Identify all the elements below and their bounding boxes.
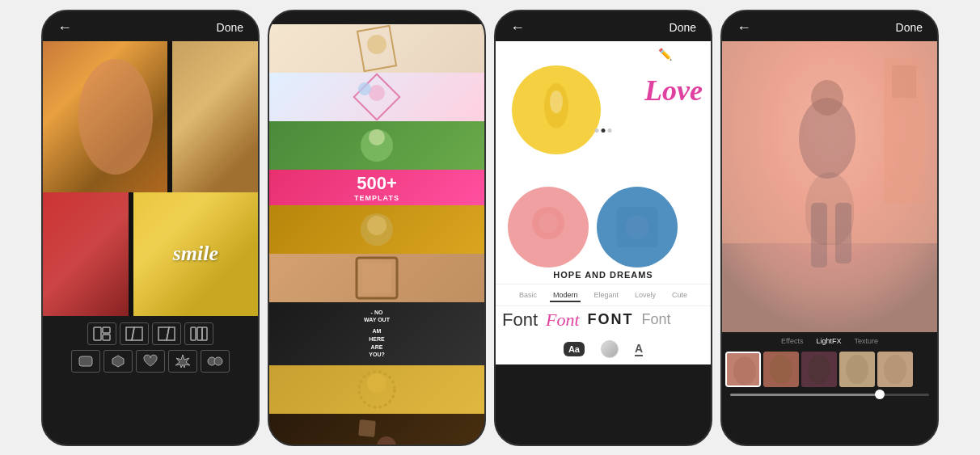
svg-point-14 — [214, 357, 222, 365]
templates-label: TEMPLATS — [354, 194, 399, 202]
template-cell-3[interactable] — [269, 121, 484, 170]
template-cell-4[interactable]: 500+ TEMPLATS — [269, 170, 484, 205]
collage-canvas: smile — [43, 41, 258, 316]
layout-row-2 — [71, 350, 230, 373]
svg-point-18 — [369, 85, 385, 101]
template-cell-2[interactable] — [269, 73, 484, 121]
effect-thumb-1[interactable] — [725, 352, 761, 387]
thumbnails-row — [722, 348, 937, 390]
svg-marker-4 — [132, 327, 142, 340]
layout-icon-grid2[interactable] — [87, 322, 116, 345]
font-tab-lovely[interactable]: Lovely — [632, 289, 659, 302]
phone1-content: smile — [43, 41, 258, 379]
effects-tab-lightfx[interactable]: LightFX — [816, 337, 841, 345]
collage-cell-top-right[interactable] — [172, 41, 258, 192]
template-cell-6[interactable] — [269, 254, 484, 302]
font-sample-light[interactable]: Font — [642, 311, 671, 328]
effects-tab-effects[interactable]: Effects — [781, 337, 803, 345]
phone-3: ← Done Love — [494, 10, 712, 446]
font-sample-script[interactable]: Font — [546, 310, 580, 331]
svg-rect-0 — [94, 327, 101, 340]
svg-point-48 — [733, 356, 756, 385]
svg-rect-10 — [79, 356, 92, 366]
font-size-control[interactable]: Aa — [564, 342, 585, 356]
phone2-content: 500+ TEMPLATS - NO WAY OUT AM HERE ARE — [269, 24, 484, 446]
back-arrow-icon-4[interactable]: ← — [737, 19, 751, 36]
svg-marker-12 — [175, 355, 190, 368]
layout-icon-slant2[interactable] — [152, 322, 181, 345]
main-photo — [722, 41, 937, 332]
svg-point-19 — [358, 82, 371, 95]
phone2-header — [269, 11, 484, 24]
font-sample-serif[interactable]: Font — [502, 310, 538, 331]
font-controls-bar: Aa A — [496, 334, 711, 364]
template-cell-5[interactable] — [269, 205, 484, 254]
svg-point-37 — [625, 215, 649, 239]
color-control[interactable] — [601, 340, 619, 358]
layout-icon-vertical[interactable] — [184, 322, 213, 345]
template-cell-9[interactable] — [269, 414, 484, 445]
svg-point-56 — [884, 355, 906, 384]
collage-cell-top-left[interactable] — [43, 41, 167, 192]
svg-rect-8 — [197, 327, 202, 340]
layout-toolbar — [43, 316, 258, 379]
layout-icon-slant1[interactable] — [120, 322, 149, 345]
phone1-header: ← Done — [43, 11, 258, 41]
done-button[interactable]: Done — [217, 21, 243, 34]
svg-rect-1 — [103, 327, 110, 333]
done-button-3[interactable]: Done — [670, 21, 696, 34]
svg-rect-46 — [722, 41, 937, 332]
template-cell-7[interactable]: - NO WAY OUT AM HERE ARE YOU? — [269, 302, 484, 366]
svg-marker-11 — [112, 356, 124, 367]
collage-cell-bottom-left[interactable] — [43, 192, 129, 316]
font-tabs-bar: Basic Modern Elegant Lovely Cute — [496, 284, 711, 305]
svg-point-23 — [367, 216, 387, 235]
circle-yellow — [512, 65, 601, 154]
layout-row-1 — [87, 322, 213, 345]
font-tab-cute[interactable]: Cute — [669, 289, 691, 302]
font-tab-modern[interactable]: Modern — [550, 289, 581, 302]
phone3-header: ← Done — [496, 11, 711, 41]
font-sample-bold[interactable]: FONT — [588, 311, 634, 328]
effect-thumb-3[interactable] — [801, 352, 837, 387]
hope-and-dreams-text: HOPE AND DREAMS — [553, 270, 653, 280]
effects-tab-texture[interactable]: Texture — [854, 337, 878, 345]
svg-marker-6 — [167, 327, 175, 340]
phone-1: ← Done smile — [41, 10, 260, 446]
phone4-header: ← Done — [722, 11, 937, 41]
svg-rect-25 — [362, 263, 391, 293]
font-tab-basic[interactable]: Basic — [516, 289, 540, 302]
svg-point-52 — [808, 355, 830, 384]
svg-point-27 — [367, 373, 387, 393]
done-button-4[interactable]: Done — [896, 21, 923, 34]
circle-pink — [508, 187, 589, 268]
love-text: Love — [644, 74, 703, 107]
phone-2: 500+ TEMPLATS - NO WAY OUT AM HERE ARE — [268, 10, 486, 446]
dot-2 — [602, 128, 606, 133]
template-cell-8[interactable] — [269, 365, 484, 414]
back-arrow-icon[interactable]: ← — [57, 19, 72, 36]
svg-rect-7 — [191, 327, 196, 340]
effects-slider[interactable] — [730, 394, 929, 396]
collage-cell-bottom-right[interactable]: smile — [133, 192, 258, 316]
phone-4: ← Done — [720, 10, 939, 446]
story-canvas: Love HOPE AND DREAMS ✏️ — [496, 41, 711, 284]
slider-thumb[interactable] — [875, 390, 885, 399]
pencil-icon[interactable]: ✏️ — [658, 48, 672, 61]
layout-icon-hexagon[interactable] — [103, 350, 133, 373]
effect-thumb-5[interactable] — [877, 352, 913, 387]
svg-point-50 — [770, 355, 792, 384]
layout-icon-rect[interactable] — [71, 350, 100, 373]
effect-thumb-2[interactable] — [763, 352, 799, 387]
template-cell-1[interactable] — [269, 24, 484, 73]
layout-icon-heart[interactable] — [136, 350, 165, 373]
font-samples-row: Font Font FONT Font — [496, 305, 711, 334]
templates-count: 500+ — [354, 173, 399, 194]
layout-icon-burst[interactable] — [168, 350, 197, 373]
font-tab-elegant[interactable]: Elegant — [590, 289, 622, 302]
effect-thumb-4[interactable] — [839, 352, 875, 387]
text-style-control[interactable]: A — [635, 342, 643, 356]
effects-slider-row — [722, 390, 937, 402]
layout-icon-circles[interactable] — [201, 350, 230, 373]
back-arrow-icon-3[interactable]: ← — [510, 19, 525, 36]
